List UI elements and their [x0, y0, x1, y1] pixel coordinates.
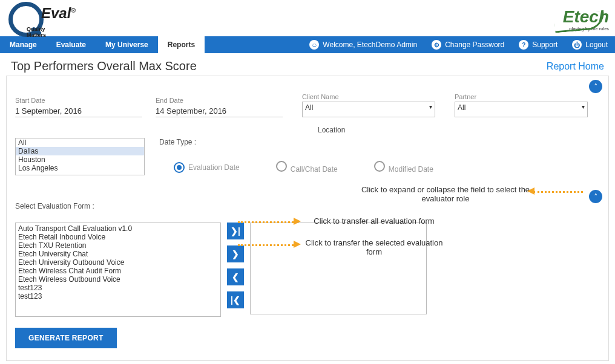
- qeval-tagline: Quality Matters: [27, 26, 46, 38]
- start-date-label: Start Date: [15, 97, 142, 104]
- report-panel: ˄ Start Date End Date Client Name All Pa…: [6, 76, 609, 361]
- logo-bar: Eval® Quality Matters Etech playing by t…: [0, 0, 615, 36]
- eval-form-option[interactable]: Etech University Chat: [18, 250, 218, 258]
- eval-form-option[interactable]: Etech Wireless Outbound Voice: [18, 275, 218, 284]
- arrow-head-icon: [527, 187, 534, 195]
- annotation-arrow: [238, 221, 294, 223]
- evaluation-form-listbox[interactable]: Auto Transport Call Evaluation v1.0 Etec…: [15, 223, 221, 317]
- nav-welcome[interactable]: ☺ Welcome, EtechDemo Admin: [302, 36, 424, 53]
- qeval-text: Eval: [41, 5, 71, 21]
- location-option[interactable]: Los Angeles: [16, 164, 144, 172]
- radio-evaluation-date[interactable]: Evaluation Date: [174, 162, 240, 173]
- eval-form-label: Select Evaluation Form :: [15, 202, 600, 210]
- location-option[interactable]: Dallas: [16, 147, 144, 155]
- eval-form-option[interactable]: test123: [18, 284, 218, 292]
- generate-report-button[interactable]: GENERATE REPORT: [15, 328, 117, 348]
- qeval-logo: Eval® Quality Matters: [8, 2, 44, 37]
- arrow-head-icon: [294, 241, 301, 248]
- collapse-filters-button[interactable]: ˄: [589, 80, 602, 93]
- nav-change-password[interactable]: ⚙ Change Password: [424, 36, 511, 53]
- nav-reports[interactable]: Reports: [158, 36, 205, 53]
- gear-icon: ⚙: [432, 40, 441, 50]
- annotation-arrow: [533, 191, 583, 193]
- title-row: Top Performers Overall Max Score Report …: [0, 53, 615, 76]
- user-icon: ☺: [309, 40, 319, 50]
- eval-form-option[interactable]: Etech TXU Retention: [18, 241, 218, 250]
- arrow-head-icon: [294, 218, 301, 225]
- nav-my-universe[interactable]: My Universe: [96, 36, 158, 53]
- end-date-label: End Date: [156, 97, 283, 104]
- selected-forms-listbox[interactable]: [250, 223, 427, 314]
- radio-icon: [174, 162, 185, 173]
- eval-form-option[interactable]: test123: [18, 292, 218, 301]
- end-date-input[interactable]: [156, 105, 283, 117]
- eval-form-option[interactable]: Etech University Outbound Voice: [18, 258, 218, 267]
- location-listbox[interactable]: All Dallas Houston Los Angeles: [15, 138, 145, 175]
- welcome-prefix: Welcome,: [323, 41, 357, 49]
- etech-logo: Etech playing by the rules: [563, 7, 609, 31]
- eval-form-option[interactable]: Auto Transport Call Evaluation v1.0: [18, 224, 218, 233]
- nav-evaluate[interactable]: Evaluate: [47, 36, 96, 53]
- date-type-label: Date Type :: [159, 138, 600, 146]
- collapse-evaluator-role-button[interactable]: ˄: [589, 190, 602, 203]
- change-password-label: Change Password: [445, 41, 504, 49]
- annotation-expand: Click to expand or collapse the field to…: [358, 185, 533, 203]
- radio-icon: [276, 161, 287, 172]
- welcome-user: EtechDemo Admin: [357, 41, 417, 49]
- location-label: Location: [318, 126, 600, 134]
- radio-label: Evaluation Date: [188, 163, 240, 172]
- client-label: Client Name: [302, 93, 435, 100]
- annotation-arrow: [238, 244, 294, 246]
- client-select[interactable]: All: [302, 102, 435, 117]
- eval-form-option[interactable]: Etech Retail Inbound Voice: [18, 233, 218, 241]
- logout-label: Logout: [585, 41, 608, 49]
- nav-manage[interactable]: Manage: [0, 36, 47, 53]
- location-option[interactable]: All: [16, 138, 144, 147]
- power-icon: ⏻: [572, 40, 582, 50]
- annotation-transfer-all: Click to transfer all evaluation form: [304, 216, 444, 226]
- nav-logout[interactable]: ⏻ Logout: [565, 36, 615, 53]
- radio-call-chat-date[interactable]: Call/Chat Date: [276, 161, 338, 174]
- annotation-transfer-one: Click to transfer the selected evaluatio…: [304, 238, 444, 256]
- transfer-one-right-button[interactable]: ❯: [227, 245, 244, 262]
- transfer-one-left-button[interactable]: ❮: [227, 268, 244, 285]
- radio-label: Call/Chat Date: [291, 165, 338, 174]
- radio-label: Modified Date: [389, 165, 433, 174]
- transfer-all-left-button[interactable]: |❮: [227, 291, 244, 308]
- client-value: All: [305, 103, 313, 112]
- eval-form-option[interactable]: Etech Wireless Chat Audit Form: [18, 267, 218, 275]
- main-nav: Manage Evaluate My Universe Reports ☺ We…: [0, 36, 615, 53]
- qeval-reg: ®: [71, 7, 75, 14]
- partner-select[interactable]: All: [455, 102, 588, 117]
- partner-label: Partner: [455, 93, 588, 100]
- transfer-all-right-button[interactable]: ❯|: [227, 223, 244, 239]
- radio-icon: [374, 161, 385, 172]
- location-option[interactable]: Houston: [16, 155, 144, 164]
- page-title: Top Performers Overall Max Score: [11, 59, 197, 73]
- support-label: Support: [532, 41, 557, 49]
- partner-value: All: [458, 103, 465, 112]
- support-icon: ?: [519, 40, 528, 50]
- start-date-input[interactable]: [15, 105, 142, 117]
- report-home-link[interactable]: Report Home: [547, 61, 604, 72]
- radio-modified-date[interactable]: Modified Date: [374, 161, 433, 174]
- nav-support[interactable]: ? Support: [511, 36, 565, 53]
